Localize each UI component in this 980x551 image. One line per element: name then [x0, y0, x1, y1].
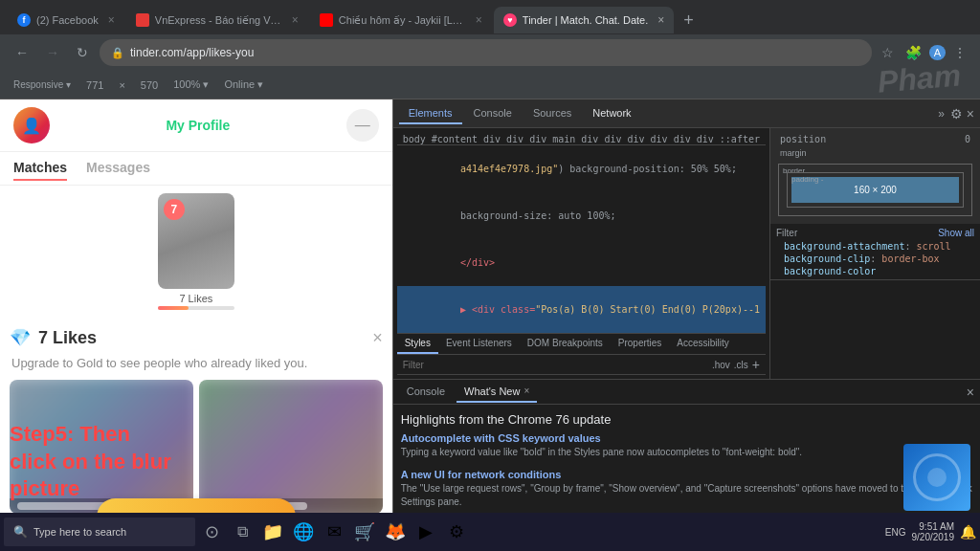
account-icon[interactable]: A — [929, 45, 946, 60]
taskbar: 🔍 Type here to search ⊙ ⧉ 📁 🌐 ✉ 🛒 🦊 ▶ ⚙ … — [0, 513, 980, 551]
devtools-more-icon[interactable]: » — [932, 107, 950, 121]
online-select[interactable]: Online ▾ — [220, 77, 267, 93]
dom-panel: body #content div div div main div div d… — [393, 128, 769, 379]
tab-bar: f (2) Facebook × VnExpress - Báo tiếng V… — [0, 0, 980, 34]
taskbar-icon-appstore[interactable]: 🛒 — [350, 518, 379, 546]
width-value: 771 — [82, 77, 107, 93]
filter-item-3: background-color — [776, 265, 974, 277]
zoom-select[interactable]: 100% ▾ — [169, 77, 212, 93]
devtools-bottom-close-btn[interactable]: × — [967, 385, 974, 400]
breadcrumb: body #content div div div main div div d… — [397, 132, 766, 145]
lock-icon: 🔒 — [111, 47, 124, 59]
show-all-button[interactable]: Show all — [938, 228, 974, 238]
likes-title: 💎 7 Likes — [10, 327, 97, 348]
taskbar-icon-multitask[interactable]: ⧉ — [228, 518, 256, 546]
styles-secondary-tabs: Styles Event Listeners DOM Breakpoints P… — [397, 333, 766, 355]
devtools-toolbar: Responsive ▾ 771 × 570 100% ▾ Online ▾ — [0, 71, 980, 99]
main-content: 👤 My Profile — Matches Messages — [0, 99, 980, 551]
bookmark-icon[interactable]: ☆ — [878, 43, 898, 62]
tinder-menu-icon[interactable]: — — [346, 109, 379, 142]
devtools-tab-network[interactable]: Network — [583, 103, 640, 124]
position-value: 0 — [965, 134, 970, 144]
tinder-panel: 👤 My Profile — Matches Messages — [0, 99, 392, 551]
styles-tab-accessibility[interactable]: Accessibility — [669, 334, 736, 354]
tinder-header: 👤 My Profile — — [0, 99, 392, 152]
dom-line-4: ▶ <div class="Pos(a) B(0) Start(0) End(0… — [397, 286, 766, 333]
step-text: Step5: Thenclick on the blurpicture — [10, 421, 171, 503]
tab-matches[interactable]: Matches — [13, 160, 67, 181]
tab-messages[interactable]: Messages — [86, 160, 150, 181]
styles-tab-computed[interactable]: Event Listeners — [438, 334, 520, 354]
taskbar-sys-area: ENG 9:51 AM 9/20/2019 🔔 — [885, 521, 976, 542]
tab-tinder[interactable]: ♥ Tinder | Match. Chat. Date. × — [494, 7, 674, 33]
extensions-icon[interactable]: 🧩 — [902, 43, 925, 62]
filter-section-label: Filter — [776, 228, 797, 238]
height-value: 570 — [137, 77, 162, 93]
devtools-settings-icon[interactable]: ⚙ — [950, 106, 963, 121]
devtools-bottom-tabs: Console What's New × × — [393, 380, 980, 405]
photo-card-2[interactable] — [199, 380, 383, 514]
filter-item-1: background-attachment: scroll — [776, 240, 974, 253]
likes-heart-icon: 💎 — [10, 327, 31, 348]
styles-tab-properties[interactable]: Properties — [611, 334, 670, 354]
blue-square — [903, 444, 970, 511]
lang-label: ENG — [885, 527, 906, 538]
bottom-tab-whats-new[interactable]: What's New × — [457, 382, 537, 403]
css-filter-section: Filter Show all background-attachment: s… — [770, 224, 980, 280]
whats-new-item-2: A new UI for network conditions The "Use… — [401, 469, 972, 509]
forward-button[interactable]: → — [40, 43, 65, 62]
tab-vnexpress[interactable]: VnExpress - Báo tiếng Việt nhiề... × — [126, 7, 308, 33]
box-model-section: position 0 margin border padding - 160 ×… — [770, 128, 980, 224]
filter-items-list: background-attachment: scroll background… — [776, 240, 974, 277]
devtools-header: Elements Console Sources Network » ⚙ × — [393, 99, 980, 128]
taskbar-icon-chrome[interactable]: 🌐 — [289, 518, 318, 546]
devtools-tab-sources[interactable]: Sources — [523, 103, 581, 124]
responsive-label: Responsive ▾ — [10, 77, 75, 92]
tinder-tabs: Matches Messages — [0, 152, 392, 186]
taskbar-icon-settings[interactable]: ⚙ — [442, 518, 471, 546]
styles-panel: position 0 margin border padding - 160 ×… — [769, 128, 980, 379]
whats-new-title: Highlights from the Chrome 76 update — [401, 412, 972, 427]
dom-line-3: </div> — [397, 239, 766, 286]
profile-avatar[interactable]: 👤 — [13, 107, 50, 143]
devtools-body: body #content div div div main div div d… — [393, 128, 980, 379]
taskbar-icon-cortana[interactable]: ⊙ — [197, 518, 226, 546]
url-text: tinder.com/app/likes-you — [130, 46, 254, 59]
match-label: 7 Likes — [179, 293, 212, 304]
step-overlay: Step5: Thenclick on the blurpicture — [10, 421, 171, 503]
taskbar-icon-firefox[interactable]: 🦊 — [381, 518, 410, 546]
taskbar-icon-mail[interactable]: ✉ — [320, 518, 348, 546]
back-button[interactable]: ← — [10, 43, 34, 62]
address-bar[interactable]: 🔒 tinder.com/app/likes-you — [100, 39, 872, 66]
taskbar-icon-explorer[interactable]: 📁 — [258, 518, 287, 546]
taskbar-search-text: Type here to search — [33, 526, 126, 538]
likes-close-icon[interactable]: × — [372, 328, 383, 348]
tab-facebook[interactable]: f (2) Facebook × — [8, 7, 124, 33]
likes-header: 💎 7 Likes × — [10, 327, 383, 348]
tab-youtube[interactable]: Chiều hôm ấy - Jaykii [Lyric... × — [310, 7, 492, 33]
notification-icon[interactable]: 🔔 — [960, 524, 976, 540]
devtools-tab-console[interactable]: Console — [464, 103, 522, 124]
matches-area: 7 7 Likes — [0, 186, 392, 318]
nav-bar: ← → ↻ 🔒 tinder.com/app/likes-you ☆ 🧩 A ⋮ — [0, 34, 980, 71]
styles-tab-dom[interactable]: DOM Breakpoints — [520, 334, 611, 354]
devtools-close-icon[interactable]: × — [967, 106, 974, 121]
upgrade-text: Upgrade to Gold to see people who alread… — [10, 356, 383, 370]
match-progress-bar — [158, 306, 234, 310]
devtools-panel: Elements Console Sources Network » ⚙ × P… — [392, 99, 980, 551]
styles-tab-styles[interactable]: Styles — [397, 334, 438, 354]
reload-button[interactable]: ↻ — [71, 43, 94, 62]
filter-item-2: background-clip: border-box — [776, 253, 974, 265]
search-icon: 🔍 — [13, 525, 28, 539]
devtools-tab-elements[interactable]: Elements — [399, 103, 462, 124]
match-item[interactable]: 7 7 Likes — [8, 193, 385, 310]
bottom-tab-console[interactable]: Console — [399, 382, 453, 403]
menu-icon[interactable]: ⋮ — [949, 43, 970, 62]
dom-line-1: a414ef4e7978.jpg") background-position: … — [397, 145, 766, 192]
taskbar-icon-media[interactable]: ▶ — [412, 518, 440, 546]
taskbar-search-box[interactable]: 🔍 Type here to search — [4, 518, 195, 546]
css-filter-input[interactable] — [403, 360, 708, 370]
position-label: position — [780, 134, 826, 144]
new-tab-button[interactable]: + — [676, 11, 702, 31]
dom-line-2: background-size: auto 100%; — [397, 192, 766, 239]
